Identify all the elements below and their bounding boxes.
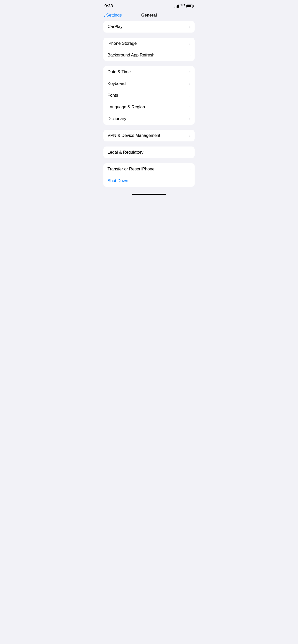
datetime-section: Date & Time › Keyboard › Fonts › Languag… bbox=[103, 66, 195, 125]
keyboard-label: Keyboard bbox=[107, 81, 126, 86]
vpn-section: VPN & Device Management › bbox=[103, 130, 195, 141]
shut-down-label: Shut Down bbox=[107, 178, 128, 183]
battery-icon bbox=[186, 5, 194, 8]
signal-icon bbox=[174, 5, 179, 8]
dictionary-chevron-icon: › bbox=[189, 117, 191, 121]
carplay-chevron-icon: › bbox=[189, 25, 191, 29]
keyboard-item[interactable]: Keyboard › bbox=[103, 78, 195, 90]
language-region-label: Language & Region bbox=[107, 105, 145, 110]
carplay-item[interactable]: CarPlay › bbox=[103, 21, 195, 33]
background-app-refresh-chevron-icon: › bbox=[189, 53, 191, 57]
status-bar: 9:23 bbox=[99, 0, 199, 11]
nav-bar: ‹ Settings General bbox=[99, 11, 199, 21]
legal-section: Legal & Regulatory › bbox=[103, 147, 195, 158]
language-region-chevron-icon: › bbox=[189, 105, 191, 109]
back-chevron-icon: ‹ bbox=[103, 13, 105, 18]
transfer-reset-item[interactable]: Transfer or Reset iPhone › bbox=[103, 163, 195, 175]
vpn-device-management-item[interactable]: VPN & Device Management › bbox=[103, 130, 195, 141]
keyboard-chevron-icon: › bbox=[189, 82, 191, 86]
reset-section: Transfer or Reset iPhone › Shut Down bbox=[103, 163, 195, 187]
storage-section: iPhone Storage › Background App Refresh … bbox=[103, 38, 195, 61]
fonts-label: Fonts bbox=[107, 93, 118, 98]
back-label: Settings bbox=[106, 13, 122, 18]
fonts-item[interactable]: Fonts › bbox=[103, 90, 195, 101]
dictionary-item[interactable]: Dictionary › bbox=[103, 113, 195, 125]
carplay-label: CarPlay bbox=[107, 24, 123, 29]
iphone-storage-label: iPhone Storage bbox=[107, 41, 137, 46]
fonts-chevron-icon: › bbox=[189, 93, 191, 97]
date-time-item[interactable]: Date & Time › bbox=[103, 66, 195, 78]
legal-regulatory-item[interactable]: Legal & Regulatory › bbox=[103, 147, 195, 158]
legal-regulatory-chevron-icon: › bbox=[189, 150, 191, 154]
date-time-label: Date & Time bbox=[107, 69, 131, 75]
back-button[interactable]: ‹ Settings bbox=[103, 13, 122, 18]
shut-down-item[interactable]: Shut Down bbox=[103, 175, 195, 187]
vpn-device-management-label: VPN & Device Management bbox=[107, 133, 160, 138]
scroll-content: CarPlay › iPhone Storage › Background Ap… bbox=[99, 21, 199, 187]
wifi-icon bbox=[181, 4, 185, 8]
home-bar bbox=[132, 194, 166, 195]
background-app-refresh-item[interactable]: Background App Refresh › bbox=[103, 49, 195, 61]
page-title: General bbox=[141, 13, 157, 18]
background-app-refresh-label: Background App Refresh bbox=[107, 53, 155, 58]
home-indicator bbox=[99, 192, 199, 198]
date-time-chevron-icon: › bbox=[189, 70, 191, 74]
iphone-storage-chevron-icon: › bbox=[189, 41, 191, 46]
transfer-reset-chevron-icon: › bbox=[189, 167, 191, 171]
carplay-section: CarPlay › bbox=[103, 21, 195, 33]
transfer-reset-label: Transfer or Reset iPhone bbox=[107, 167, 155, 172]
dictionary-label: Dictionary bbox=[107, 116, 126, 121]
language-region-item[interactable]: Language & Region › bbox=[103, 101, 195, 113]
status-time: 9:23 bbox=[104, 4, 113, 9]
status-icons bbox=[174, 4, 194, 8]
iphone-storage-item[interactable]: iPhone Storage › bbox=[103, 38, 195, 49]
vpn-device-management-chevron-icon: › bbox=[189, 134, 191, 138]
legal-regulatory-label: Legal & Regulatory bbox=[107, 150, 143, 155]
